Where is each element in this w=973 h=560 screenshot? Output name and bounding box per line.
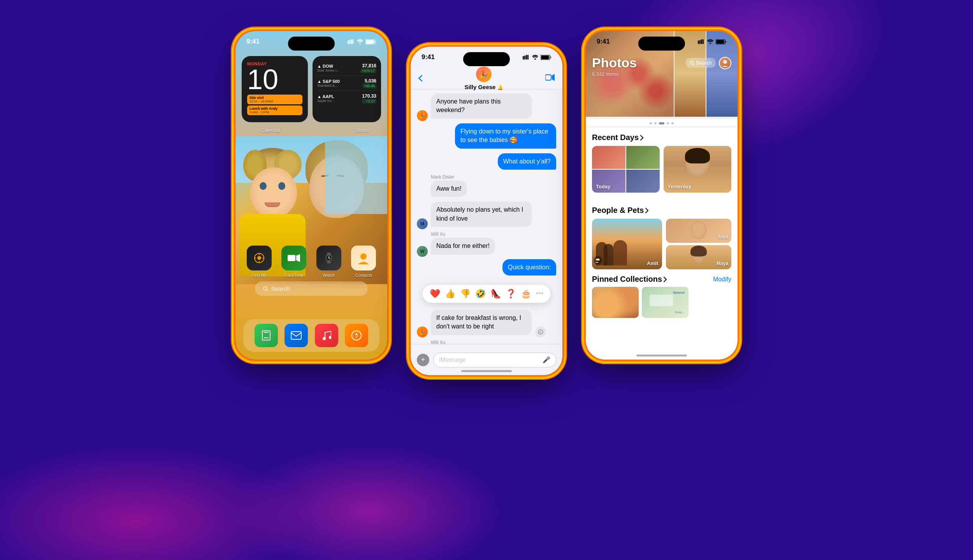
dot-4 bbox=[667, 122, 669, 125]
status-icons-3 bbox=[698, 39, 727, 44]
app-contacts-label: Contacts bbox=[355, 273, 372, 277]
reaction-thumbsup[interactable]: 👍 bbox=[445, 289, 455, 299]
dock-compass[interactable] bbox=[345, 324, 368, 347]
status-time-1: 9:41 bbox=[246, 38, 260, 46]
recent-days-title: Recent Days bbox=[592, 133, 639, 142]
cal-event-1-time: 10:15 – 10:45AM bbox=[249, 100, 300, 103]
reaction-question[interactable]: ❓ bbox=[506, 289, 516, 299]
phone-3-photos: 9:41 bbox=[586, 31, 738, 360]
widget-labels: Calendar Stocks bbox=[242, 128, 381, 133]
calendar-widget[interactable]: MONDAY 10 Site visit 10:15 – 10:45AM Lun… bbox=[242, 56, 308, 122]
svg-rect-39 bbox=[545, 75, 551, 80]
svg-point-52 bbox=[723, 60, 727, 64]
cal-event-2-title: Lunch with Andy bbox=[249, 107, 300, 111]
yesterday-label: Yesterday bbox=[667, 184, 691, 190]
pinned-title: Pinned Collections bbox=[592, 275, 662, 284]
svg-point-4 bbox=[359, 43, 361, 44]
app-facetime[interactable]: FaceTime bbox=[281, 246, 306, 277]
pinned-thumb-2[interactable]: Meerut Ghaz... bbox=[642, 287, 688, 318]
imessage-plus-button[interactable]: + bbox=[417, 354, 429, 366]
person-card-maya[interactable]: Maya bbox=[666, 245, 731, 269]
modify-button[interactable]: Modify bbox=[713, 276, 731, 283]
messages-contact-title[interactable]: 🎉 Silly Geese 🔔 bbox=[464, 67, 503, 90]
calendar-label: Calendar bbox=[261, 128, 280, 133]
msg-row-5: M Absolutely no plans yet, which I kind … bbox=[417, 202, 556, 229]
stock-aapl-change: +3.17 bbox=[362, 99, 376, 104]
app-find-my[interactable]: Find My bbox=[247, 246, 272, 277]
app-facetime-label: FaceTime bbox=[285, 273, 304, 277]
reaction-thumbsdown[interactable]: 👎 bbox=[460, 289, 471, 299]
msg-row-1: 🎉 Anyone have plans this weekend? bbox=[417, 93, 556, 121]
app-find-my-label: Find My bbox=[251, 273, 267, 277]
stock-dow-name: ▲ DOW bbox=[317, 64, 339, 68]
phone-2-messages: 9:41 🎉 Silly Geese 🔔 bbox=[411, 47, 562, 375]
svg-point-46 bbox=[710, 43, 711, 44]
svg-marker-30 bbox=[355, 335, 358, 339]
svg-point-35 bbox=[534, 58, 536, 60]
photos-user-avatar[interactable] bbox=[719, 57, 731, 69]
svg-rect-3 bbox=[352, 39, 353, 44]
msg-avatar-8: 🎉 bbox=[417, 327, 428, 337]
svg-rect-7 bbox=[375, 41, 376, 43]
app-contacts[interactable]: Contacts bbox=[351, 246, 376, 277]
dock-mail[interactable] bbox=[285, 324, 308, 347]
nav-back-button[interactable] bbox=[418, 75, 422, 81]
svg-marker-15 bbox=[296, 254, 300, 262]
reaction-heels[interactable]: 👠 bbox=[490, 289, 501, 299]
reaction-haha[interactable]: 🤣 bbox=[475, 289, 486, 299]
svg-rect-38 bbox=[550, 56, 551, 58]
stock-sp500-change: +80.48 bbox=[362, 84, 376, 88]
msg-avatar-5: M bbox=[417, 218, 428, 229]
cal-events: Site visit 10:15 – 10:45AM Lunch with An… bbox=[247, 95, 302, 115]
dock-phone[interactable] bbox=[255, 324, 278, 347]
person-card-amit[interactable]: Amit bbox=[592, 219, 662, 269]
imessage-text-field[interactable]: iMessage 🎤 bbox=[433, 353, 556, 367]
stock-dow-sub: Dow Jones I... bbox=[317, 68, 339, 72]
contact-name: Silly Geese 🔔 bbox=[464, 84, 503, 90]
app-watch[interactable]: Watch bbox=[316, 246, 341, 277]
bg-decoration-bottom-center bbox=[234, 443, 506, 560]
imessage-placeholder: iMessage bbox=[439, 356, 465, 363]
msg-bubble-6: Nada for me either! bbox=[431, 238, 495, 254]
phones-container: 9:41 MONDAY 10 Site visit 10:15 – 10: bbox=[235, 31, 738, 375]
pinned-thumbnails: Meerut Ghaz... bbox=[592, 287, 731, 318]
person-card-right-top[interactable]: Amit bbox=[666, 219, 731, 243]
photos-search-button[interactable]: Search bbox=[686, 58, 716, 68]
msg-row-7: Quick question: bbox=[417, 259, 556, 278]
pinned-thumb-1[interactable] bbox=[592, 287, 639, 318]
search-bar-label: Search bbox=[271, 285, 290, 292]
photos-count: 8,342 Items bbox=[592, 71, 731, 77]
reaction-cake[interactable]: 🎂 bbox=[521, 289, 531, 299]
svg-point-28 bbox=[352, 331, 361, 340]
reaction-bar[interactable]: ❤️ 👍 👎 🤣 👠 ❓ 🎂 ••• bbox=[423, 285, 550, 303]
sender-name-will-2: Will Xu bbox=[431, 340, 556, 344]
svg-rect-42 bbox=[698, 40, 699, 44]
svg-point-22 bbox=[360, 253, 367, 260]
app-icons-row: Find My FaceTime Watch bbox=[242, 246, 381, 284]
dock-music[interactable] bbox=[315, 324, 338, 347]
photos-content: Recent Days Today bbox=[586, 128, 738, 360]
photos-title: Photos bbox=[592, 55, 637, 70]
svg-point-23 bbox=[263, 286, 267, 290]
today-card[interactable]: Today bbox=[592, 146, 660, 193]
stock-sp500-price: 5,036 bbox=[362, 78, 376, 84]
svg-rect-0 bbox=[348, 40, 349, 44]
svg-rect-49 bbox=[725, 41, 727, 43]
edit-icon[interactable] bbox=[535, 327, 546, 337]
home-search-bar[interactable]: Search bbox=[255, 281, 368, 296]
svg-rect-31 bbox=[523, 56, 524, 60]
sender-name-mark: Mark Disler bbox=[431, 174, 556, 180]
stocks-widget[interactable]: ▲ DOW Dow Jones I... 37,816 +570.17 ▲ S&… bbox=[313, 56, 381, 122]
imessage-mic-icon[interactable]: 🎤 bbox=[543, 356, 550, 363]
msg-bubble-5: Absolutely no plans yet, which I kind of… bbox=[431, 202, 532, 227]
cal-event-1: Site visit 10:15 – 10:45AM bbox=[247, 95, 302, 104]
home-widgets: MONDAY 10 Site visit 10:15 – 10:45AM Lun… bbox=[242, 56, 381, 122]
home-dock bbox=[243, 319, 379, 352]
svg-line-24 bbox=[267, 290, 268, 291]
svg-rect-6 bbox=[366, 40, 374, 44]
video-call-button[interactable] bbox=[545, 73, 555, 83]
yesterday-card[interactable]: Yesterday bbox=[664, 146, 731, 193]
msg-row-2: Flying down to my sister's place to see … bbox=[417, 123, 556, 151]
reaction-heart[interactable]: ❤️ bbox=[430, 289, 440, 299]
svg-point-54 bbox=[598, 259, 600, 261]
